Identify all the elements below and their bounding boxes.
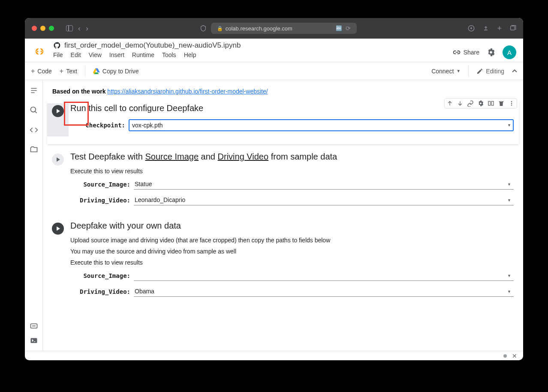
driving-video-label: Driving_Video: — [70, 288, 130, 295]
menu-runtime[interactable]: Runtime — [132, 51, 154, 58]
share-label: Share — [464, 49, 479, 56]
driving-video-select[interactable] — [134, 195, 514, 205]
menu-tools[interactable]: Tools — [162, 51, 176, 58]
share-button[interactable]: Share — [452, 49, 479, 56]
divider — [85, 66, 85, 77]
notebook-title-row: first_order_model_demo(Youtube)_new-audi… — [53, 41, 446, 50]
source-image-label: Source_Image: — [70, 181, 130, 188]
drive-icon — [93, 68, 100, 74]
menu-bar: File Edit View Insert Runtime Tools Help — [53, 50, 446, 62]
code-snippets-icon[interactable] — [30, 126, 38, 134]
terminal-icon[interactable] — [30, 336, 38, 345]
table-of-contents-icon[interactable] — [30, 86, 38, 95]
menu-help[interactable]: Help — [184, 51, 196, 58]
traffic-lights — [32, 26, 54, 31]
cell-link-icon[interactable] — [467, 100, 474, 107]
cell-toolbar — [444, 98, 517, 109]
source-image-underline: Source Image — [145, 152, 199, 161]
command-palette-icon[interactable] — [30, 322, 38, 330]
cell-own-data[interactable]: Deepfake with your own data Upload sourc… — [47, 218, 519, 305]
user-avatar[interactable]: A — [503, 45, 516, 59]
back-button[interactable]: ‹ — [78, 24, 81, 33]
maximize-window-button[interactable] — [49, 26, 54, 31]
close-status-icon[interactable]: ✕ — [512, 353, 517, 359]
intro-link[interactable]: https://aliaksandrsiarohin.github.io/fir… — [107, 88, 268, 95]
run-cell-button[interactable] — [52, 154, 64, 166]
forward-button[interactable]: › — [86, 24, 88, 33]
address-bar[interactable]: 🔒 colab.research.google.com 🔤 ⟳ — [211, 23, 357, 34]
svg-point-11 — [511, 105, 512, 106]
svg-point-10 — [511, 103, 512, 104]
add-text-button[interactable]: +Text — [60, 67, 77, 75]
notebook-content[interactable]: Based on the work https://aliaksandrsiar… — [43, 80, 523, 351]
download-icon[interactable] — [468, 25, 475, 32]
cell-title: Test Deepfake with Source Image and Driv… — [70, 152, 514, 162]
new-tab-button[interactable]: + — [497, 24, 502, 33]
cell-test-deepfake[interactable]: Test Deepfake with Source Image and Driv… — [47, 149, 519, 213]
translate-icon[interactable]: 🔤 — [336, 25, 342, 31]
title-and: and — [199, 152, 217, 161]
settings-gear-icon[interactable] — [486, 48, 496, 57]
address-group: 🔒 colab.research.google.com 🔤 ⟳ — [93, 23, 463, 34]
privacy-shield-icon[interactable] — [200, 25, 207, 32]
colab-logo-icon[interactable] — [32, 44, 47, 59]
browser-window: ‹ › 🔒 colab.research.google.com 🔤 ⟳ + — [25, 18, 523, 360]
menu-edit[interactable]: Edit — [71, 51, 81, 58]
status-bar: ✕ — [25, 351, 523, 360]
share-icon[interactable] — [482, 25, 489, 32]
tabs-icon[interactable] — [509, 25, 516, 32]
run-cell-button[interactable] — [52, 223, 64, 235]
play-icon — [57, 109, 60, 113]
driving-video-select[interactable] — [134, 286, 514, 297]
refresh-icon[interactable]: ⟳ — [346, 25, 351, 32]
intro-prefix: Based on the work — [52, 88, 107, 95]
svg-point-3 — [40, 51, 42, 53]
delete-cell-icon[interactable] — [498, 100, 505, 107]
play-icon — [57, 157, 60, 162]
cell-subtitle: Execute this to view results — [70, 168, 514, 175]
move-up-icon[interactable] — [446, 100, 453, 107]
notebook-title[interactable]: first_order_model_demo(Youtube)_new-audi… — [64, 41, 241, 50]
sidebar-toggle-icon[interactable] — [66, 25, 73, 31]
add-code-button[interactable]: +Code — [31, 67, 52, 75]
svg-rect-8 — [491, 101, 494, 105]
cell-sub3: Execute this to view results — [70, 259, 514, 266]
run-cell-button[interactable] — [52, 105, 64, 117]
code-label: Code — [37, 68, 51, 75]
toolbar-right: Connect ▼ Editing — [431, 66, 517, 77]
link-icon — [452, 50, 461, 55]
plus-icon: + — [31, 67, 35, 75]
svg-point-9 — [511, 101, 512, 103]
left-sidebar — [25, 80, 43, 351]
editing-mode-button[interactable]: Editing — [476, 68, 504, 75]
source-image-select[interactable] — [134, 270, 514, 281]
svg-rect-1 — [511, 26, 515, 30]
collapse-icon[interactable] — [512, 69, 517, 73]
mirror-cell-icon[interactable] — [488, 100, 494, 107]
connect-button[interactable]: Connect ▼ — [431, 68, 461, 75]
menu-view[interactable]: View — [89, 51, 102, 58]
search-icon[interactable] — [30, 106, 38, 115]
more-options-icon[interactable] — [508, 100, 515, 107]
title-suffix: from sample data — [268, 152, 337, 161]
source-image-select[interactable] — [134, 179, 514, 190]
header-main: first_order_model_demo(Youtube)_new-audi… — [53, 41, 446, 62]
move-down-icon[interactable] — [457, 100, 464, 107]
title-prefix: Test Deepfake with — [70, 152, 145, 161]
play-icon — [57, 226, 60, 231]
menu-insert[interactable]: Insert — [109, 51, 124, 58]
header-right: Share A — [452, 45, 516, 59]
menu-file[interactable]: File — [53, 51, 63, 58]
files-icon[interactable] — [30, 145, 38, 154]
chevron-down-icon: ▼ — [456, 69, 461, 73]
connect-label: Connect — [431, 68, 454, 75]
avatar-letter: A — [507, 49, 512, 56]
minimize-window-button[interactable] — [40, 26, 45, 31]
intro-text: Based on the work https://aliaksandrsiar… — [47, 88, 519, 95]
svg-rect-6 — [30, 338, 37, 343]
checkpoint-select[interactable] — [129, 119, 514, 131]
copy-to-drive-button[interactable]: Copy to Drive — [93, 68, 139, 75]
cell-settings-icon[interactable] — [477, 100, 484, 107]
nav-area: ‹ › — [66, 24, 88, 33]
close-window-button[interactable] — [32, 26, 37, 31]
